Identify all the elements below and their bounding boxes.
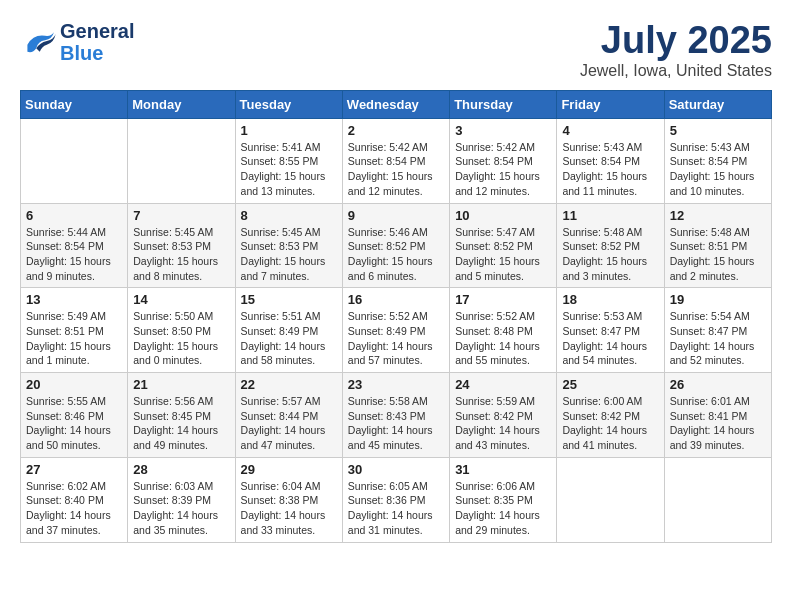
title-block: July 2025 Jewell, Iowa, United States xyxy=(580,20,772,80)
day-number: 15 xyxy=(241,292,337,307)
day-info: Sunrise: 5:45 AMSunset: 8:53 PMDaylight:… xyxy=(133,225,229,284)
calendar-week-row: 6Sunrise: 5:44 AMSunset: 8:54 PMDaylight… xyxy=(21,203,772,288)
day-info: Sunrise: 5:48 AMSunset: 8:51 PMDaylight:… xyxy=(670,225,766,284)
calendar-cell: 14Sunrise: 5:50 AMSunset: 8:50 PMDayligh… xyxy=(128,288,235,373)
calendar-cell: 18Sunrise: 5:53 AMSunset: 8:47 PMDayligh… xyxy=(557,288,664,373)
calendar-cell: 7Sunrise: 5:45 AMSunset: 8:53 PMDaylight… xyxy=(128,203,235,288)
day-info: Sunrise: 5:48 AMSunset: 8:52 PMDaylight:… xyxy=(562,225,658,284)
day-number: 27 xyxy=(26,462,122,477)
logo-icon xyxy=(20,27,56,57)
day-number: 11 xyxy=(562,208,658,223)
calendar-cell: 4Sunrise: 5:43 AMSunset: 8:54 PMDaylight… xyxy=(557,118,664,203)
day-number: 19 xyxy=(670,292,766,307)
day-info: Sunrise: 5:51 AMSunset: 8:49 PMDaylight:… xyxy=(241,309,337,368)
calendar-cell: 16Sunrise: 5:52 AMSunset: 8:49 PMDayligh… xyxy=(342,288,449,373)
calendar-cell: 29Sunrise: 6:04 AMSunset: 8:38 PMDayligh… xyxy=(235,457,342,542)
calendar-cell: 28Sunrise: 6:03 AMSunset: 8:39 PMDayligh… xyxy=(128,457,235,542)
day-number: 6 xyxy=(26,208,122,223)
day-info: Sunrise: 5:59 AMSunset: 8:42 PMDaylight:… xyxy=(455,394,551,453)
page-header: General Blue July 2025 Jewell, Iowa, Uni… xyxy=(20,20,772,80)
weekday-header-sunday: Sunday xyxy=(21,90,128,118)
calendar-cell: 20Sunrise: 5:55 AMSunset: 8:46 PMDayligh… xyxy=(21,373,128,458)
day-number: 31 xyxy=(455,462,551,477)
day-number: 5 xyxy=(670,123,766,138)
calendar-cell: 15Sunrise: 5:51 AMSunset: 8:49 PMDayligh… xyxy=(235,288,342,373)
logo-general-text: General xyxy=(60,20,134,42)
day-number: 22 xyxy=(241,377,337,392)
day-info: Sunrise: 6:01 AMSunset: 8:41 PMDaylight:… xyxy=(670,394,766,453)
day-info: Sunrise: 5:57 AMSunset: 8:44 PMDaylight:… xyxy=(241,394,337,453)
location-text: Jewell, Iowa, United States xyxy=(580,62,772,80)
day-number: 25 xyxy=(562,377,658,392)
day-number: 14 xyxy=(133,292,229,307)
logo-blue-text: Blue xyxy=(60,42,134,64)
calendar-cell: 17Sunrise: 5:52 AMSunset: 8:48 PMDayligh… xyxy=(450,288,557,373)
calendar-cell: 27Sunrise: 6:02 AMSunset: 8:40 PMDayligh… xyxy=(21,457,128,542)
calendar-cell: 30Sunrise: 6:05 AMSunset: 8:36 PMDayligh… xyxy=(342,457,449,542)
day-number: 12 xyxy=(670,208,766,223)
weekday-header-tuesday: Tuesday xyxy=(235,90,342,118)
day-number: 1 xyxy=(241,123,337,138)
day-info: Sunrise: 5:49 AMSunset: 8:51 PMDaylight:… xyxy=(26,309,122,368)
calendar-week-row: 1Sunrise: 5:41 AMSunset: 8:55 PMDaylight… xyxy=(21,118,772,203)
day-number: 17 xyxy=(455,292,551,307)
calendar-table: SundayMondayTuesdayWednesdayThursdayFrid… xyxy=(20,90,772,543)
day-info: Sunrise: 5:56 AMSunset: 8:45 PMDaylight:… xyxy=(133,394,229,453)
calendar-cell: 13Sunrise: 5:49 AMSunset: 8:51 PMDayligh… xyxy=(21,288,128,373)
day-info: Sunrise: 5:47 AMSunset: 8:52 PMDaylight:… xyxy=(455,225,551,284)
calendar-cell xyxy=(557,457,664,542)
day-info: Sunrise: 5:42 AMSunset: 8:54 PMDaylight:… xyxy=(455,140,551,199)
day-info: Sunrise: 6:00 AMSunset: 8:42 PMDaylight:… xyxy=(562,394,658,453)
day-info: Sunrise: 5:41 AMSunset: 8:55 PMDaylight:… xyxy=(241,140,337,199)
calendar-cell: 31Sunrise: 6:06 AMSunset: 8:35 PMDayligh… xyxy=(450,457,557,542)
day-number: 7 xyxy=(133,208,229,223)
day-number: 18 xyxy=(562,292,658,307)
calendar-cell: 24Sunrise: 5:59 AMSunset: 8:42 PMDayligh… xyxy=(450,373,557,458)
day-number: 30 xyxy=(348,462,444,477)
calendar-cell: 23Sunrise: 5:58 AMSunset: 8:43 PMDayligh… xyxy=(342,373,449,458)
day-number: 3 xyxy=(455,123,551,138)
calendar-cell: 1Sunrise: 5:41 AMSunset: 8:55 PMDaylight… xyxy=(235,118,342,203)
calendar-week-row: 13Sunrise: 5:49 AMSunset: 8:51 PMDayligh… xyxy=(21,288,772,373)
day-info: Sunrise: 5:52 AMSunset: 8:49 PMDaylight:… xyxy=(348,309,444,368)
weekday-header-saturday: Saturday xyxy=(664,90,771,118)
day-info: Sunrise: 6:02 AMSunset: 8:40 PMDaylight:… xyxy=(26,479,122,538)
day-number: 28 xyxy=(133,462,229,477)
calendar-cell: 8Sunrise: 5:45 AMSunset: 8:53 PMDaylight… xyxy=(235,203,342,288)
day-number: 26 xyxy=(670,377,766,392)
calendar-cell xyxy=(21,118,128,203)
day-info: Sunrise: 6:04 AMSunset: 8:38 PMDaylight:… xyxy=(241,479,337,538)
day-info: Sunrise: 5:52 AMSunset: 8:48 PMDaylight:… xyxy=(455,309,551,368)
weekday-header-thursday: Thursday xyxy=(450,90,557,118)
day-number: 4 xyxy=(562,123,658,138)
month-title: July 2025 xyxy=(580,20,772,62)
calendar-week-row: 20Sunrise: 5:55 AMSunset: 8:46 PMDayligh… xyxy=(21,373,772,458)
calendar-cell: 10Sunrise: 5:47 AMSunset: 8:52 PMDayligh… xyxy=(450,203,557,288)
day-info: Sunrise: 5:53 AMSunset: 8:47 PMDaylight:… xyxy=(562,309,658,368)
day-info: Sunrise: 6:03 AMSunset: 8:39 PMDaylight:… xyxy=(133,479,229,538)
logo-text: General Blue xyxy=(60,20,134,64)
day-number: 16 xyxy=(348,292,444,307)
day-number: 2 xyxy=(348,123,444,138)
day-number: 13 xyxy=(26,292,122,307)
day-info: Sunrise: 5:45 AMSunset: 8:53 PMDaylight:… xyxy=(241,225,337,284)
calendar-cell: 12Sunrise: 5:48 AMSunset: 8:51 PMDayligh… xyxy=(664,203,771,288)
day-info: Sunrise: 5:58 AMSunset: 8:43 PMDaylight:… xyxy=(348,394,444,453)
day-number: 8 xyxy=(241,208,337,223)
weekday-header-monday: Monday xyxy=(128,90,235,118)
weekday-header-row: SundayMondayTuesdayWednesdayThursdayFrid… xyxy=(21,90,772,118)
calendar-cell: 5Sunrise: 5:43 AMSunset: 8:54 PMDaylight… xyxy=(664,118,771,203)
day-number: 24 xyxy=(455,377,551,392)
day-info: Sunrise: 5:43 AMSunset: 8:54 PMDaylight:… xyxy=(562,140,658,199)
calendar-cell: 2Sunrise: 5:42 AMSunset: 8:54 PMDaylight… xyxy=(342,118,449,203)
calendar-cell: 9Sunrise: 5:46 AMSunset: 8:52 PMDaylight… xyxy=(342,203,449,288)
day-info: Sunrise: 5:43 AMSunset: 8:54 PMDaylight:… xyxy=(670,140,766,199)
day-info: Sunrise: 5:54 AMSunset: 8:47 PMDaylight:… xyxy=(670,309,766,368)
day-number: 10 xyxy=(455,208,551,223)
calendar-week-row: 27Sunrise: 6:02 AMSunset: 8:40 PMDayligh… xyxy=(21,457,772,542)
calendar-cell xyxy=(128,118,235,203)
calendar-cell: 21Sunrise: 5:56 AMSunset: 8:45 PMDayligh… xyxy=(128,373,235,458)
calendar-cell xyxy=(664,457,771,542)
day-info: Sunrise: 5:44 AMSunset: 8:54 PMDaylight:… xyxy=(26,225,122,284)
calendar-cell: 11Sunrise: 5:48 AMSunset: 8:52 PMDayligh… xyxy=(557,203,664,288)
